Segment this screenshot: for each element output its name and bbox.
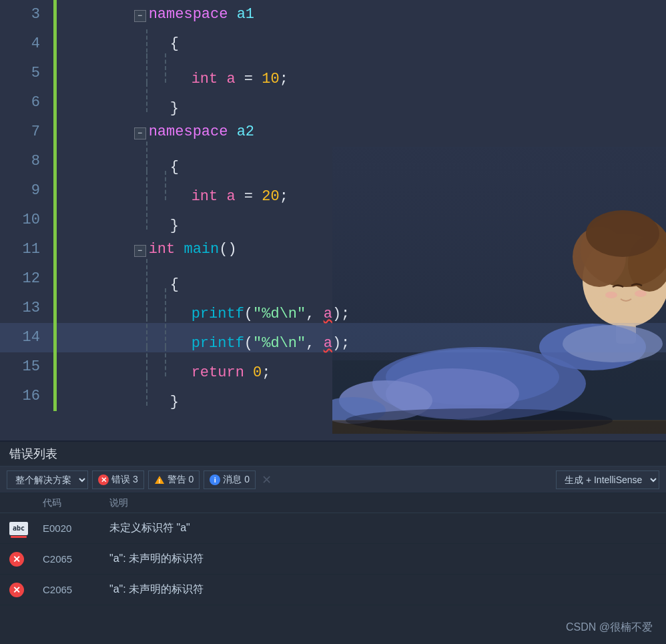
row-2-code: C2065 [43,584,96,595]
line-number-12: 12 [0,264,53,294]
row-1-code: C2065 [43,553,96,565]
line-number-15: 15 [0,352,53,382]
line-number-6: 6 [0,88,53,117]
code-content: 3 −namespace a1 4 { 5 int a = 10; 6 [0,0,666,411]
line-16-code: } [57,347,179,441]
error-circle-icon: ✕ [98,474,109,485]
error-panel: 错误列表 整个解决方案 ✕ 错误 3 ! 警告 0 i 消息 0 ✕ 生成 + … [0,440,666,644]
row-1-icon: ✕ [9,552,29,567]
row-1-desc: "a": 未声明的标识符 [109,552,657,566]
row-0-code: E0020 [43,523,96,534]
build-filter-dropdown[interactable]: 生成 + IntelliSense [556,470,659,489]
warning-count-label: 警告 0 [168,474,194,486]
header-desc-col: 说明 [109,497,657,509]
error-panel-title: 错误列表 [0,442,666,466]
line-number-10: 10 [0,206,53,235]
toolbar-separator: ✕ [262,470,271,489]
error-circle-row-icon-2: ✕ [9,583,24,597]
error-row-2[interactable]: ✕ C2065 "a": 未声明的标识符 [0,575,666,605]
row-0-icon: abc [9,521,29,535]
error-count-label: 错误 3 [111,474,138,486]
line-number-13: 13 [0,294,53,323]
warning-triangle-icon: ! [154,475,165,485]
header-code-col: 代码 [43,497,96,509]
error-count-button[interactable]: ✕ 错误 3 [92,470,144,489]
line-number-7: 7 [0,117,53,147]
svg-text:!: ! [158,478,160,485]
error-row-1[interactable]: ✕ C2065 "a": 未声明的标识符 [0,544,666,575]
line-number-16: 16 [0,382,53,411]
code-editor: 3 −namespace a1 4 { 5 int a = 10; 6 [0,0,666,440]
line-number-11: 11 [0,235,53,264]
line-number-4: 4 [0,29,53,59]
csdn-watermark: CSDN @很楠不爱 [566,621,653,635]
error-table-header: 代码 说明 [0,493,666,513]
error-panel-title-text: 错误列表 [9,447,57,460]
solution-filter-dropdown[interactable]: 整个解决方案 [7,470,88,489]
info-count-label: 消息 0 [223,474,250,486]
row-0-desc: 未定义标识符 "a" [109,521,657,535]
error-row-0[interactable]: abc E0020 未定义标识符 "a" [0,513,666,544]
line-number-9: 9 [0,176,53,206]
line-number-14: 14 [0,323,53,352]
error-circle-row-icon: ✕ [9,552,24,567]
line-number-8: 8 [0,147,53,176]
info-circle-icon: i [210,474,220,485]
error-toolbar: 整个解决方案 ✕ 错误 3 ! 警告 0 i 消息 0 ✕ 生成 + Intel… [0,466,666,493]
abc-icon: abc [9,522,28,535]
row-2-icon: ✕ [9,583,29,597]
line-number-3: 3 [0,0,53,29]
row-2-desc: "a": 未声明的标识符 [109,583,657,597]
info-count-button[interactable]: i 消息 0 [204,470,256,489]
line-number-5: 5 [0,59,53,88]
svg-point-19 [346,408,613,432]
warning-count-button[interactable]: ! 警告 0 [148,470,200,489]
